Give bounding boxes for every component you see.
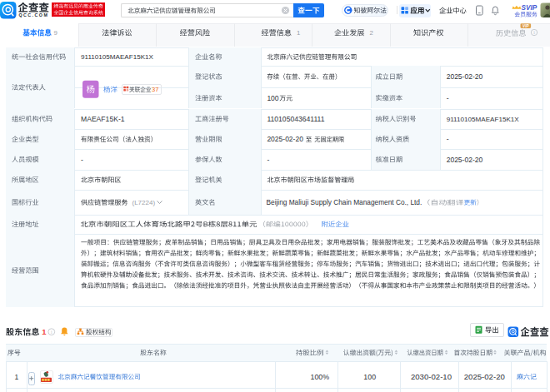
svg-text:i: i — [533, 30, 535, 35]
svg-text:Beijing Maliuji Supply Chain M: Beijing Maliuji Supply Chain Management … — [267, 198, 422, 206]
svg-text:(L7224): (L7224) — [132, 199, 156, 206]
svg-text:100: 100 — [267, 94, 278, 102]
svg-text:-: - — [267, 156, 269, 164]
svg-text:100: 100 — [363, 373, 376, 381]
svg-text:91110105MAEAF15K1X: 91110105MAEAF15K1X — [81, 53, 154, 61]
svg-text:1: 1 — [14, 373, 18, 381]
svg-text:9: 9 — [54, 29, 58, 37]
svg-text:MAEAF15K-1: MAEAF15K-1 — [81, 115, 125, 123]
svg-text:2025-02-20: 2025-02-20 — [464, 372, 505, 381]
svg-text:2025-02-20: 2025-02-20 — [267, 135, 303, 143]
svg-text:100%: 100% — [311, 373, 330, 381]
svg-text:SVIP: SVIP — [522, 4, 538, 12]
svg-text:-: - — [81, 156, 83, 164]
svg-text:1: 1 — [42, 327, 47, 336]
svg-text:91110105MAEAF15K1X: 91110105MAEAF15K1X — [447, 116, 520, 123]
svg-text:1: 1 — [297, 29, 300, 37]
svg-text:2030-02-10: 2030-02-10 — [411, 372, 452, 381]
svg-text:VIP: VIP — [522, 24, 529, 28]
svg-text:i: i — [51, 330, 52, 335]
svg-text:2: 2 — [370, 29, 373, 37]
svg-text:37: 37 — [152, 86, 158, 93]
svg-text:QCC.COM: QCC.COM — [19, 12, 49, 17]
svg-text:-: - — [447, 135, 449, 143]
svg-text:2025-02-20: 2025-02-20 — [447, 156, 483, 164]
svg-text:110105043641111: 110105043641111 — [267, 115, 324, 123]
svg-text:2025-02-20: 2025-02-20 — [447, 72, 483, 81]
svg-text:-: - — [447, 94, 449, 102]
